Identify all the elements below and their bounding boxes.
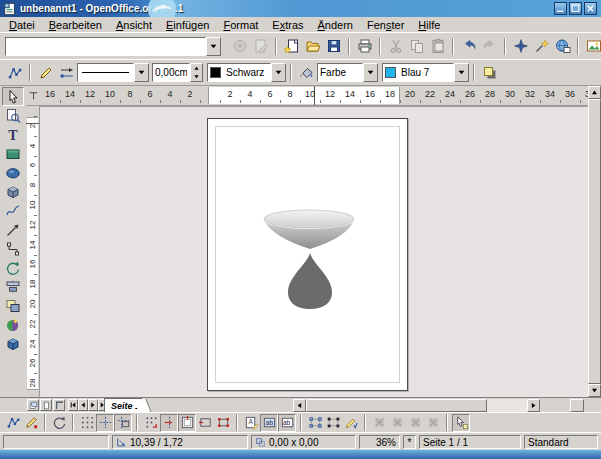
fill-color-dropdown-button[interactable] (454, 63, 469, 82)
fill-style-select[interactable]: Farbe (317, 63, 363, 82)
menu-item-ansicht[interactable]: Ansicht (109, 19, 159, 31)
save-button[interactable] (323, 36, 344, 57)
line-dialog-button[interactable] (35, 62, 56, 83)
ruler-origin-box[interactable] (26, 86, 40, 106)
menu-item-bearbeiten[interactable]: Bearbeiten (42, 19, 109, 31)
menu-item-einfugen[interactable]: Einfügen (159, 19, 216, 31)
select-button[interactable] (2, 87, 24, 106)
horizontal-ruler[interactable]: 1614121086422468101214161820222426283032… (40, 86, 589, 106)
menu-item-format[interactable]: Format (216, 19, 265, 31)
edit-points-button[interactable] (4, 62, 25, 83)
minimize-button[interactable] (554, 2, 567, 15)
scroll-right-icon[interactable] (527, 399, 540, 412)
show-snap-lines-button[interactable] (96, 414, 114, 432)
first-page-button[interactable] (68, 399, 78, 411)
url-combobox[interactable] (5, 37, 221, 56)
objects-3d-button[interactable] (2, 182, 24, 201)
select-text-area-button[interactable]: ab (260, 414, 278, 432)
undo-button[interactable] (458, 36, 479, 57)
helplines-while-moving-button[interactable] (114, 414, 132, 432)
modify-object-button[interactable] (370, 414, 388, 432)
print-button[interactable] (354, 36, 375, 57)
page-view-button[interactable] (40, 399, 52, 411)
zoom-tool-button[interactable] (2, 106, 24, 125)
horizontal-scrollbar-thumb[interactable] (306, 399, 487, 412)
rectangle-button[interactable] (2, 144, 24, 163)
redo-button[interactable] (479, 36, 500, 57)
line-width-spinner[interactable] (152, 63, 203, 82)
fill-style-dropdown-button[interactable] (363, 63, 378, 82)
snap-to-grid-button[interactable] (142, 414, 160, 432)
menu-item-extras[interactable]: Extras (265, 19, 310, 31)
status-zoom-cell[interactable]: 36% (359, 435, 400, 449)
menu-item-hilfe[interactable]: Hilfe (411, 19, 447, 31)
scroll-down-icon[interactable] (588, 384, 601, 397)
scroll-left-icon[interactable] (293, 399, 306, 412)
layer-view-button[interactable] (27, 399, 39, 411)
gallery-button[interactable] (583, 36, 601, 57)
line-style-dropdown-button[interactable] (134, 63, 149, 82)
ellipse-button[interactable] (2, 163, 24, 182)
attributes-object-button[interactable] (424, 414, 442, 432)
cut-button[interactable] (385, 36, 406, 57)
menu-item-andern[interactable]: Ändern (311, 19, 360, 31)
copy-button[interactable] (406, 36, 427, 57)
hyperlink-button[interactable] (552, 36, 573, 57)
rotation-mode-button[interactable] (50, 414, 68, 432)
master-view-button[interactable] (53, 399, 65, 411)
menu-item-datei[interactable]: Datei (2, 19, 42, 31)
insert-object-button[interactable] (2, 334, 24, 353)
line-style-select[interactable] (77, 63, 149, 82)
url-dropdown-button[interactable] (206, 37, 221, 56)
area-dialog-button[interactable] (296, 62, 317, 83)
line-color-select[interactable]: Schwarz (207, 63, 271, 82)
text-button[interactable]: T (2, 125, 24, 144)
shadow-button[interactable] (479, 62, 500, 83)
menu-item-fenster[interactable]: Fenster (360, 19, 411, 31)
navigator-button[interactable] (510, 36, 531, 57)
url-input[interactable] (6, 38, 205, 55)
prev-page-button[interactable] (78, 399, 88, 411)
allow-quick-edit-button[interactable]: A (242, 414, 260, 432)
vertical-scrollbar-thumb[interactable] (588, 99, 601, 384)
glue-points-button[interactable] (22, 414, 40, 432)
spin-up-icon[interactable] (191, 64, 202, 73)
spin-down-icon[interactable] (191, 73, 202, 82)
resize-object-button[interactable] (406, 414, 424, 432)
status-size-cell[interactable]: 0,00 x 0,00 (251, 435, 356, 449)
next-page-button[interactable] (88, 399, 98, 411)
snap-to-snap-lines-button[interactable] (160, 414, 178, 432)
maximize-button[interactable] (569, 2, 582, 15)
vertical-ruler[interactable]: 246810121416182022242628 (26, 106, 40, 397)
horizontal-scrollbar[interactable] (306, 399, 527, 412)
line-color-dropdown-button[interactable] (271, 63, 286, 82)
rotation-object-button[interactable] (388, 414, 406, 432)
large-handles-button[interactable] (324, 414, 342, 432)
arrow-style-button[interactable] (56, 62, 77, 83)
lines-arrows-button[interactable] (2, 220, 24, 239)
drawing-page[interactable] (207, 118, 408, 391)
edit-file-button[interactable] (250, 36, 271, 57)
line-width-spin-buttons[interactable] (190, 63, 203, 82)
title-bar[interactable]: unbenannt1 - OpenOffice.org 1.0.1 (0, 0, 601, 17)
snap-to-page-margins-button[interactable] (178, 414, 196, 432)
connector-button[interactable] (2, 239, 24, 258)
page-tab-seite-1[interactable]: Seite 1 (104, 398, 142, 412)
close-button[interactable] (584, 2, 597, 15)
show-grid-button[interactable] (78, 414, 96, 432)
stylist-button[interactable] (531, 36, 552, 57)
open-button[interactable] (302, 36, 323, 57)
vertical-scrollbar[interactable] (588, 86, 601, 397)
rotate-button[interactable] (2, 258, 24, 277)
alignment-button[interactable] (2, 277, 24, 296)
line-width-input[interactable] (153, 64, 189, 81)
drawing-canvas[interactable] (40, 106, 588, 397)
horizontal-splitter-handle[interactable] (570, 399, 584, 412)
simple-handles-button[interactable] (306, 414, 324, 432)
double-click-edit-text-button[interactable]: ab (278, 414, 296, 432)
fill-color-select[interactable]: Blau 7 (382, 63, 454, 82)
paste-button[interactable] (427, 36, 448, 57)
status-position-cell[interactable]: 10,39 / 1,72 (112, 435, 248, 449)
stop-button[interactable] (229, 36, 250, 57)
curve-button[interactable] (2, 201, 24, 220)
